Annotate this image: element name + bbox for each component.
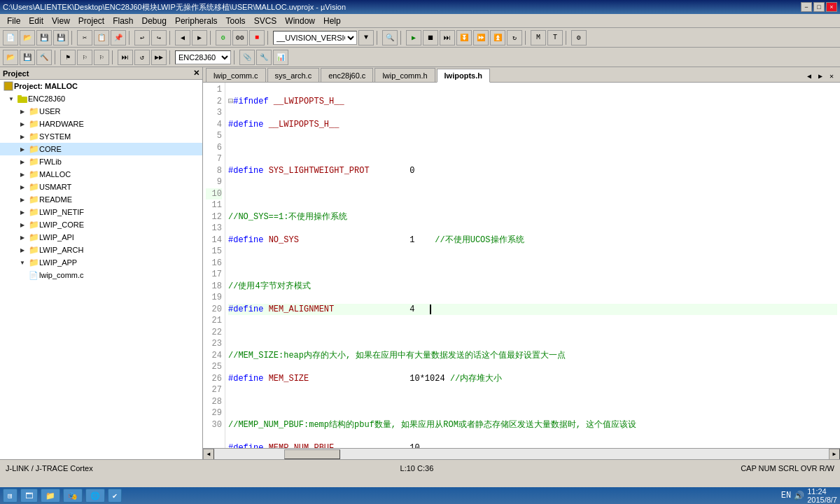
- tray-volume-icon[interactable]: 🔊: [794, 491, 804, 501]
- cut-btn[interactable]: ✂: [77, 30, 92, 46]
- scroll-right-btn[interactable]: ▶: [829, 449, 840, 460]
- tb2-btn3[interactable]: 🔨: [36, 50, 52, 65]
- expand-icon: ▶: [17, 244, 28, 255]
- tb2-extra3[interactable]: 📊: [273, 50, 288, 65]
- target-btn[interactable]: ▼: [358, 30, 374, 46]
- taskbar-app-5[interactable]: ✔: [108, 489, 122, 503]
- taskbar-app-4[interactable]: 🌐: [85, 489, 105, 503]
- tab-close[interactable]: ✕: [826, 71, 837, 82]
- nav-fwd-btn[interactable]: ▶: [192, 30, 207, 46]
- debug-btn4[interactable]: ⏬: [456, 30, 472, 46]
- debug-btn2[interactable]: ⏹: [423, 30, 438, 46]
- search-btn[interactable]: 🔍: [382, 30, 398, 46]
- tb2-dbg3[interactable]: ▶▶: [151, 50, 167, 65]
- close-button[interactable]: ×: [826, 2, 837, 12]
- tree-lwip-comm[interactable]: 📄 lwip_comm.c: [0, 269, 202, 281]
- tree-system[interactable]: ▶ 📁 SYSTEM: [0, 130, 202, 143]
- menu-window[interactable]: Window: [281, 15, 319, 27]
- project-select[interactable]: ENC28J60: [175, 50, 231, 64]
- tab-lwip-comm-h[interactable]: lwip_comm.h: [374, 68, 435, 82]
- menu-peripherals[interactable]: Peripherals: [171, 15, 222, 27]
- menu-edit[interactable]: Edit: [24, 15, 48, 27]
- sep5: [267, 31, 270, 45]
- trace-btn[interactable]: T: [547, 30, 563, 46]
- tree-user[interactable]: ▶ 📁 USER: [0, 105, 202, 118]
- tab-sys-arch[interactable]: sys_arch.c: [267, 68, 320, 82]
- debug-run-btn[interactable]: ▶: [406, 30, 421, 46]
- maximize-button[interactable]: □: [813, 2, 825, 12]
- expand-icon: ▶: [17, 232, 28, 243]
- build-btn[interactable]: ⚙: [216, 30, 231, 46]
- extra-btn[interactable]: ⚙: [571, 30, 587, 46]
- tree-lwip-arch[interactable]: ▶ 📁 LWIP_ARCH: [0, 244, 202, 256]
- tray-lang-icon[interactable]: EN: [781, 491, 791, 500]
- sep1: [71, 31, 74, 45]
- mem-btn[interactable]: M: [531, 30, 546, 46]
- tb2-bookmark1[interactable]: ⚑: [60, 50, 76, 65]
- taskbar-app-3[interactable]: 🎭: [63, 489, 83, 503]
- copy-btn[interactable]: 📋: [94, 30, 109, 46]
- debug-btn6[interactable]: ⏫: [490, 30, 505, 46]
- tb2-dbg2[interactable]: ↺: [134, 50, 150, 65]
- save-all-btn[interactable]: 💾: [53, 30, 69, 46]
- tree-lwip-core[interactable]: ▶ 📁 LWIP_CORE: [0, 218, 202, 231]
- tb2-btn1[interactable]: 📂: [3, 50, 18, 65]
- nav-back-btn[interactable]: ◀: [175, 30, 190, 46]
- scroll-left-btn[interactable]: ◀: [203, 449, 214, 460]
- tab-nav-right[interactable]: ▶: [815, 71, 826, 82]
- rebuild-btn[interactable]: ⚙⚙: [232, 30, 248, 46]
- expand-icon: ▶: [17, 219, 28, 230]
- tab-enc28j60[interactable]: enc28j60.c: [321, 68, 373, 82]
- tree-lwip-netif[interactable]: ▶ 📁 LWIP_NETIF: [0, 206, 202, 218]
- save-btn[interactable]: 💾: [36, 30, 52, 46]
- open-btn[interactable]: 📂: [20, 30, 35, 46]
- menu-project[interactable]: Project: [74, 15, 108, 27]
- tab-lwipopts[interactable]: lwipopts.h: [437, 69, 490, 83]
- tree-core[interactable]: ▶ 📁 CORE: [0, 143, 202, 155]
- folder-icon: 📁: [28, 156, 39, 167]
- tb2-bookmark2[interactable]: ⚐: [77, 50, 92, 65]
- taskbar-app-1[interactable]: 🗔: [20, 489, 38, 503]
- tree-malloc[interactable]: ▶ 📁 MALLOC: [0, 168, 202, 181]
- file-icon: 📄: [28, 270, 39, 281]
- tb2-bookmark3[interactable]: ⚐: [94, 50, 109, 65]
- sidebar-close-icon[interactable]: ✕: [193, 69, 200, 78]
- tab-lwip-comm[interactable]: lwip_comm.c: [206, 68, 266, 82]
- tree-malloc-label: MALLOC: [39, 170, 71, 178]
- stop-btn[interactable]: ■: [249, 30, 265, 46]
- debug-btn5[interactable]: ⏩: [473, 30, 489, 46]
- menu-flash[interactable]: Flash: [108, 15, 137, 27]
- tree-fwlib[interactable]: ▶ 📁 FWLib: [0, 155, 202, 168]
- tree-hardware[interactable]: ▶ 📁 HARDWARE: [0, 118, 202, 130]
- debug-btn7[interactable]: ↻: [507, 30, 522, 46]
- tree-usmart[interactable]: ▶ 📁 USMART: [0, 181, 202, 193]
- menu-tools[interactable]: Tools: [222, 15, 250, 27]
- tree-lwip-app[interactable]: ▼ 📁 LWIP_APP: [0, 256, 202, 269]
- tb2-dbg1[interactable]: ⏭: [118, 50, 133, 65]
- new-file-btn[interactable]: 📄: [3, 30, 18, 46]
- scroll-thumb[interactable]: [284, 449, 340, 459]
- tab-nav-left[interactable]: ◀: [804, 71, 815, 82]
- taskbar-app-2[interactable]: 📁: [41, 489, 60, 503]
- code-content[interactable]: ⊟#ifndef __LWIPOPTS_H__ #define __LWIPOP…: [225, 83, 840, 448]
- scroll-track[interactable]: [214, 449, 829, 460]
- menu-file[interactable]: File: [3, 15, 24, 27]
- tb2-extra2[interactable]: 🔧: [256, 50, 272, 65]
- menu-view[interactable]: View: [48, 15, 74, 27]
- menu-help[interactable]: Help: [319, 15, 345, 27]
- sidebar-header: Project ✕: [0, 67, 202, 80]
- start-button[interactable]: ⊞: [3, 489, 18, 503]
- tree-lwip-api[interactable]: ▶ 📁 LWIP_API: [0, 231, 202, 244]
- tree-enc28j60[interactable]: ▼ ENC28J60: [0, 92, 202, 105]
- redo-btn[interactable]: ↪: [151, 30, 167, 46]
- tree-readme[interactable]: ▶ 📁 README: [0, 193, 202, 206]
- undo-btn[interactable]: ↩: [134, 30, 150, 46]
- paste-btn[interactable]: 📌: [111, 30, 126, 46]
- debug-btn3[interactable]: ⏭: [440, 30, 455, 46]
- tb2-extra1[interactable]: 📎: [239, 50, 255, 65]
- minimize-button[interactable]: −: [801, 2, 812, 12]
- menu-svcs[interactable]: SVCS: [250, 15, 281, 27]
- tb2-btn2[interactable]: 💾: [20, 50, 35, 65]
- menu-debug[interactable]: Debug: [138, 15, 171, 27]
- target-select[interactable]: __UVISION_VERSION SE: [273, 31, 357, 45]
